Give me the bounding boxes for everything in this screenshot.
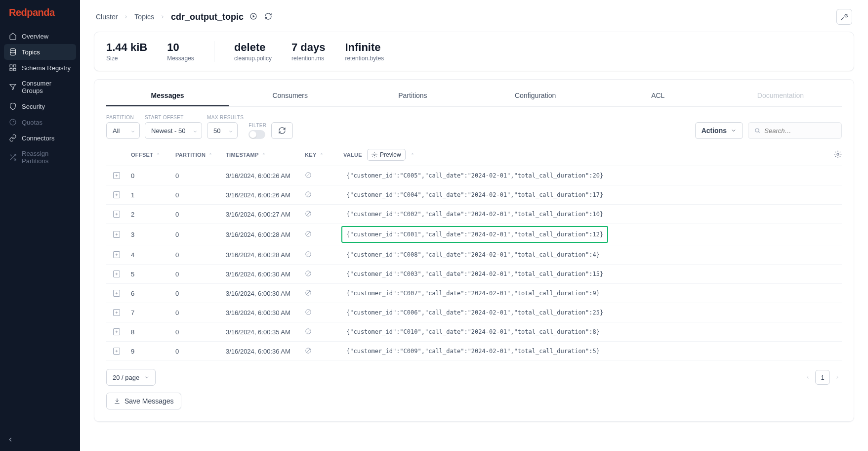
sidebar-item-label: Security: [22, 103, 45, 110]
cell-key: [305, 210, 343, 219]
tab-consumers[interactable]: Consumers: [229, 87, 351, 106]
table-row[interactable]: 503/16/2024, 6:00:30 AM{"customer_id":"C…: [106, 265, 842, 284]
stat-value: 10: [167, 41, 194, 54]
tab-acl[interactable]: ACL: [597, 87, 719, 106]
meter-icon: [9, 118, 17, 126]
sidebar-item-connectors[interactable]: Connectors: [4, 130, 76, 146]
settings-button[interactable]: [836, 9, 852, 25]
table-row[interactable]: 403/16/2024, 6:00:28 AM{"customer_id":"C…: [106, 245, 842, 265]
sidebar-item-quotas[interactable]: Quotas: [4, 114, 76, 130]
table-row[interactable]: 003/16/2024, 6:00:26 AM{"customer_id":"C…: [106, 166, 842, 185]
save-messages-button[interactable]: Save Messages: [106, 393, 181, 409]
search-icon: [754, 127, 760, 134]
cell-value: {"customer_id":"C003","call_date":"2024-…: [343, 270, 822, 278]
sidebar-item-overview[interactable]: Overview: [4, 28, 76, 44]
sort-icon[interactable]: [320, 152, 324, 158]
sidebar-item-label: Reassign Partitions: [22, 150, 71, 165]
svg-point-8: [373, 154, 375, 156]
start-offset-select[interactable]: Newest - 50: [145, 122, 202, 139]
svg-point-7: [755, 129, 759, 132]
null-icon: [305, 230, 312, 239]
cell-timestamp: 3/16/2024, 6:00:26 AM: [226, 172, 305, 180]
tab-configuration[interactable]: Configuration: [474, 87, 597, 106]
svg-rect-3: [10, 68, 12, 71]
search-input-wrapper[interactable]: [748, 122, 842, 139]
table-row[interactable]: 203/16/2024, 6:00:27 AM{"customer_id":"C…: [106, 205, 842, 224]
expand-row-button[interactable]: [113, 271, 120, 277]
filter-row: PARTITION All START OFFSET Newest - 50 M…: [106, 115, 842, 139]
download-icon: [114, 398, 121, 405]
cell-key: [305, 270, 343, 278]
svg-rect-4: [13, 68, 16, 71]
th-value[interactable]: VALUE: [343, 152, 362, 158]
expand-row-button[interactable]: [113, 172, 120, 179]
search-input[interactable]: [764, 127, 835, 135]
cell-key: [305, 309, 343, 317]
cell-partition: 0: [175, 290, 226, 297]
page-number[interactable]: 1: [815, 370, 830, 385]
cell-partition: 0: [175, 309, 226, 316]
expand-row-button[interactable]: [113, 328, 120, 335]
table-row[interactable]: 603/16/2024, 6:00:30 AM{"customer_id":"C…: [106, 284, 842, 303]
shuffle-icon: [9, 153, 17, 161]
th-timestamp[interactable]: TIMESTAMP: [226, 152, 259, 158]
cell-timestamp: 3/16/2024, 6:00:27 AM: [226, 211, 305, 218]
expand-row-button[interactable]: [113, 309, 120, 316]
tab-messages[interactable]: Messages: [106, 87, 229, 106]
stat-retention-bytes: Infiniteretention.bytes: [345, 41, 384, 62]
table-row[interactable]: 103/16/2024, 6:00:26 AM{"customer_id":"C…: [106, 185, 842, 205]
actions-button[interactable]: Actions: [695, 122, 743, 139]
expand-row-button[interactable]: [113, 290, 120, 297]
th-key[interactable]: KEY: [305, 152, 317, 158]
stat-value: delete: [234, 41, 272, 54]
refresh-icon[interactable]: [264, 12, 272, 22]
refresh-button[interactable]: [271, 122, 293, 139]
expand-row-button[interactable]: [113, 231, 120, 238]
expand-row-button[interactable]: [113, 191, 120, 198]
page-next-button[interactable]: [833, 371, 842, 384]
preview-button[interactable]: Preview: [367, 149, 406, 161]
sidebar-item-topics[interactable]: Topics: [4, 44, 76, 60]
expand-row-button[interactable]: [113, 251, 120, 258]
table-row[interactable]: 803/16/2024, 6:00:35 AM{"customer_id":"C…: [106, 322, 842, 342]
breadcrumb-cluster[interactable]: Cluster: [96, 13, 118, 21]
cell-partition: 0: [175, 211, 226, 218]
cell-key: [305, 347, 343, 356]
max-results-label: MAX RESULTS: [207, 115, 244, 120]
table-settings-button[interactable]: [822, 150, 842, 159]
cell-timestamp: 3/16/2024, 6:00:28 AM: [226, 231, 305, 238]
expand-row-button[interactable]: [113, 211, 120, 218]
play-icon[interactable]: [249, 12, 257, 22]
partition-select[interactable]: All: [106, 122, 140, 139]
sidebar-item-consumer-groups[interactable]: Consumer Groups: [4, 76, 76, 98]
cell-partition: 0: [175, 271, 226, 278]
stat-value: Infinite: [345, 41, 384, 54]
th-partition[interactable]: PARTITION: [175, 152, 206, 158]
sort-icon[interactable]: [262, 152, 266, 158]
tab-partitions[interactable]: Partitions: [351, 87, 474, 106]
cell-offset: 2: [131, 211, 175, 218]
th-offset[interactable]: OFFSET: [131, 152, 153, 158]
cell-timestamp: 3/16/2024, 6:00:35 AM: [226, 328, 305, 336]
expand-row-button[interactable]: [113, 348, 120, 355]
chevron-down-icon: [144, 375, 149, 380]
breadcrumb-topics[interactable]: Topics: [134, 13, 154, 21]
sidebar-item-reassign-partitions[interactable]: Reassign Partitions: [4, 146, 76, 169]
gear-icon: [372, 152, 377, 158]
sort-icon[interactable]: [411, 152, 414, 158]
table-row[interactable]: 703/16/2024, 6:00:30 AM{"customer_id":"C…: [106, 303, 842, 322]
sort-icon[interactable]: [156, 152, 160, 158]
sort-icon[interactable]: [208, 152, 212, 158]
sidebar-collapse-button[interactable]: [7, 436, 14, 445]
table-row[interactable]: 303/16/2024, 6:00:28 AM{"customer_id":"C…: [106, 224, 842, 245]
svg-point-9: [837, 153, 839, 155]
sidebar-item-security[interactable]: Security: [4, 98, 76, 114]
page-size-select[interactable]: 20 / page: [106, 369, 156, 386]
svg-point-0: [10, 48, 16, 50]
page-prev-button[interactable]: [803, 371, 812, 384]
sidebar-item-schema-registry[interactable]: Schema Registry: [4, 60, 76, 76]
sidebar-item-label: Quotas: [22, 119, 42, 126]
filter-toggle[interactable]: [248, 130, 265, 139]
table-row[interactable]: 903/16/2024, 6:00:36 AM{"customer_id":"C…: [106, 342, 842, 361]
max-results-select[interactable]: 50: [207, 122, 238, 139]
